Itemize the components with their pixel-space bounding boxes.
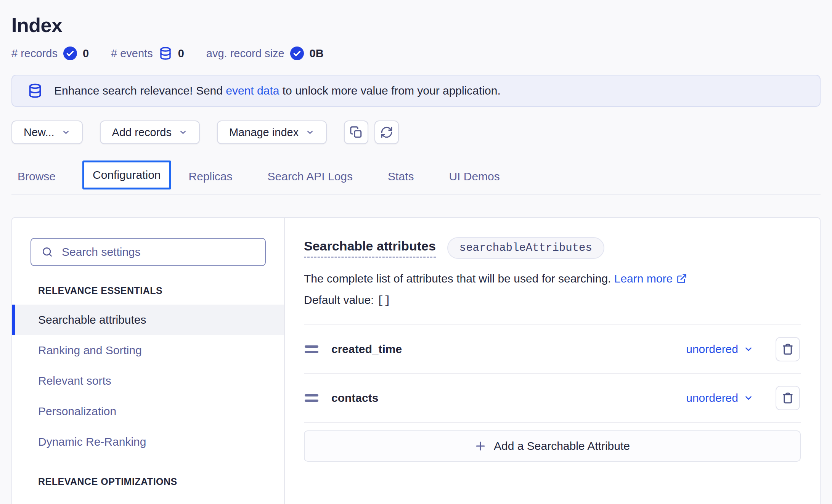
delete-attribute-button[interactable] [776, 337, 800, 361]
trash-icon [781, 392, 794, 404]
attribute-name: created_time [331, 343, 402, 356]
new-button[interactable]: New... [11, 120, 83, 144]
stat-value: 0 [83, 47, 89, 60]
drag-handle-icon[interactable] [305, 345, 318, 353]
stat-label: # records [11, 47, 58, 60]
section-title: Searchable attributes [304, 239, 436, 258]
learn-more-link[interactable]: Learn more [614, 270, 687, 287]
refresh-icon [380, 126, 393, 139]
index-page: Index # records 0 # events 0 avg. record… [0, 14, 832, 504]
sidebar-item-searchable-attributes[interactable]: Searchable attributes [12, 305, 284, 335]
stat-label: avg. record size [206, 47, 284, 60]
chevron-down-icon [178, 128, 188, 137]
tab-ui-demos[interactable]: UI Demos [449, 161, 500, 194]
section-description: The complete list of attributes that wil… [304, 270, 801, 309]
order-modifier-dropdown[interactable]: unordered [686, 343, 753, 356]
add-records-button[interactable]: Add records [100, 120, 200, 144]
database-icon [27, 83, 43, 98]
attribute-row: created_time unordered [304, 324, 801, 373]
attribute-row: contacts unordered [304, 373, 801, 422]
api-parameter-badge: searchableAttributes [447, 237, 604, 259]
manage-index-button[interactable]: Manage index [217, 120, 327, 144]
sidebar-item-dynamic-re-ranking[interactable]: Dynamic Re-Ranking [12, 427, 284, 457]
sidebar-item-ranking-and-sorting[interactable]: Ranking and Sorting [12, 335, 284, 366]
searchable-attributes-panel: Searchable attributes searchableAttribut… [285, 218, 820, 504]
attribute-name: contacts [331, 392, 378, 404]
tab-stats[interactable]: Stats [388, 161, 414, 194]
attribute-list: created_time unordered contacts [304, 324, 801, 423]
check-circle-icon [63, 47, 77, 60]
tab-bar: Browse Configuration Replicas Search API… [11, 161, 821, 195]
sidebar-item-relevant-sorts[interactable]: Relevant sorts [12, 366, 284, 396]
search-settings-input[interactable] [62, 246, 255, 258]
stat-records: # records 0 [11, 47, 89, 60]
sidebar-item-personalization[interactable]: Personalization [12, 396, 284, 427]
copy-button[interactable] [344, 120, 368, 144]
default-value: [] [377, 294, 391, 307]
page-title: Index [11, 14, 821, 37]
info-banner: Enhance search relevance! Send event dat… [11, 75, 821, 107]
delete-attribute-button[interactable] [776, 386, 800, 410]
chevron-down-icon [305, 128, 315, 137]
refresh-button[interactable] [374, 120, 399, 144]
tab-configuration[interactable]: Configuration [82, 161, 171, 189]
section-heading-row: Searchable attributes searchableAttribut… [304, 237, 801, 259]
order-modifier-dropdown[interactable]: unordered [686, 392, 753, 404]
tab-browse[interactable]: Browse [18, 161, 56, 194]
index-stats: # records 0 # events 0 avg. record size … [11, 47, 821, 60]
stat-events: # events 0 [111, 47, 184, 60]
trash-icon [781, 343, 794, 356]
copy-icon [350, 126, 363, 139]
sidebar-section-heading: RELEVANCE OPTIMIZATIONS [38, 476, 284, 487]
stat-label: # events [111, 47, 153, 60]
external-link-icon [676, 273, 687, 284]
event-data-link[interactable]: event data [226, 84, 279, 97]
chevron-down-icon [744, 393, 753, 403]
settings-sidebar: RELEVANCE ESSENTIALS Searchable attribut… [12, 218, 285, 504]
chevron-down-icon [61, 128, 71, 137]
banner-text: Enhance search relevance! Send event dat… [54, 84, 501, 97]
stat-avg-record-size: avg. record size 0B [206, 47, 324, 60]
toolbar: New... Add records Manage index [11, 120, 821, 144]
check-circle-icon [290, 47, 304, 60]
search-settings-box [31, 238, 266, 266]
tab-replicas[interactable]: Replicas [189, 161, 233, 194]
plus-icon [475, 440, 486, 452]
sidebar-section-heading: RELEVANCE ESSENTIALS [38, 285, 284, 296]
database-icon [159, 47, 172, 60]
configuration-panel: RELEVANCE ESSENTIALS Searchable attribut… [11, 217, 821, 504]
stat-value: 0B [310, 47, 324, 60]
add-attribute-button[interactable]: Add a Searchable Attribute [304, 430, 801, 462]
chevron-down-icon [744, 344, 753, 354]
stat-value: 0 [178, 47, 184, 60]
tab-search-api-logs[interactable]: Search API Logs [268, 161, 353, 194]
drag-handle-icon[interactable] [305, 394, 318, 402]
search-icon [41, 246, 53, 258]
